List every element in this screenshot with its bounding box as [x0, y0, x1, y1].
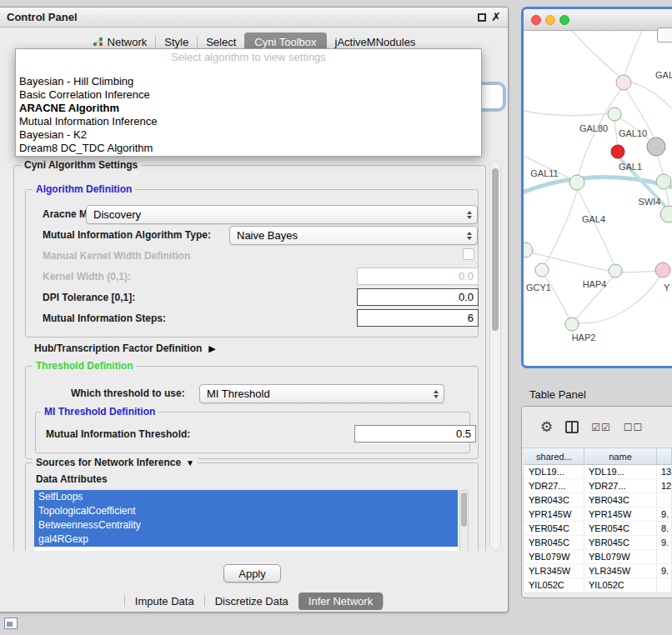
apply-button[interactable]: Apply	[223, 564, 281, 582]
table-row[interactable]: YDR27... YDR27... 12	[524, 479, 672, 493]
sources-group: Sources for Network Inference ▼ Data Att…	[25, 462, 479, 551]
attribute-item-selected[interactable]: TopologicalCoefficient	[34, 504, 458, 518]
deselect-all-checkboxes-icon[interactable]: ☐☐	[624, 422, 644, 433]
combobox-value: MI Threshold	[207, 388, 434, 400]
cell-shared-name: YPR145W	[524, 508, 584, 521]
cell-name: YLR345W	[584, 564, 657, 578]
column-header[interactable]: shared...	[524, 448, 584, 464]
network-graph-canvas[interactable]: GAL GAL80 GAL10 GAL11 GAL1 SWI4 GAL4 GCY…	[524, 31, 672, 366]
table-row[interactable]: YLR345W YLR345W 9.	[524, 564, 672, 578]
network-node[interactable]	[524, 242, 533, 258]
node-label: GAL11	[530, 168, 558, 178]
network-node[interactable]	[565, 318, 579, 331]
mi-steps-input[interactable]	[357, 309, 479, 327]
column-chooser-icon[interactable]	[565, 421, 579, 433]
cell-name: YBR045C	[584, 536, 657, 549]
table-row[interactable]: YER054C YER054C 8.	[524, 522, 672, 536]
mi-algorithm-type-combobox[interactable]: Naive Bayes	[229, 226, 478, 245]
table-row[interactable]: YDL19... YDL19... 13	[524, 465, 672, 479]
tab-impute-data[interactable]: Impute Data	[125, 592, 204, 610]
cyni-settings-scroll-area: Cyni Algorithm Settings Algorithm Defini…	[11, 161, 490, 551]
algorithm-option-selected[interactable]: ARACNE Algorithm	[16, 102, 481, 115]
sources-toggle[interactable]: Sources for Network Inference ▼	[33, 457, 198, 468]
tab-label: Network	[108, 36, 148, 48]
network-node[interactable]	[609, 264, 622, 278]
tab-separator	[383, 595, 384, 607]
algorithm-option[interactable]: Bayesian - Hill Climbing	[16, 75, 481, 88]
control-panel-titlebar[interactable]: Control Panel ✗	[0, 8, 508, 28]
scrollbar-thumb[interactable]	[492, 168, 499, 331]
control-panel-window: Control Panel ✗ Network Style	[0, 7, 509, 612]
attributes-list-scrollbar[interactable]	[459, 490, 469, 551]
tab-label: Impute Data	[135, 595, 194, 608]
zoom-traffic-light[interactable]	[559, 15, 569, 25]
network-node[interactable]	[608, 108, 621, 121]
cell-name: YPR145W	[584, 508, 657, 521]
data-attributes-list[interactable]: SelfLoops TopologicalCoefficient Between…	[34, 490, 458, 551]
window-title: Control Panel	[7, 11, 78, 23]
cell-value	[657, 493, 672, 507]
cell-name: YDR27...	[584, 479, 657, 492]
network-node-labels: GAL GAL80 GAL10 GAL11 GAL1 SWI4 GAL4 GCY…	[526, 70, 672, 342]
network-window-titlebar[interactable]	[524, 9, 672, 31]
network-node[interactable]	[660, 206, 672, 222]
desktop: Control Panel ✗ Network Style	[0, 0, 672, 635]
network-node[interactable]	[616, 75, 631, 90]
dpi-tolerance-input[interactable]	[357, 288, 479, 306]
algorithm-option[interactable]: Bayesian - K2	[16, 128, 481, 142]
aracne-mode-combobox[interactable]: Discovery	[86, 205, 478, 224]
cell-value	[657, 550, 672, 563]
cell-name: YIL052C	[584, 578, 657, 592]
group-title: Cyni Algorithm Settings	[24, 161, 138, 171]
hub-section-label: Hub/Transcription Factor Definition	[34, 342, 202, 354]
kernel-width-input	[357, 268, 479, 285]
cell-name: YBL079W	[584, 550, 657, 563]
mi-threshold-input[interactable]	[354, 425, 476, 442]
attribute-item-selected[interactable]: SelfLoops	[34, 490, 458, 504]
node-label: GAL10	[619, 128, 647, 138]
table-row[interactable]: YPR145W YPR145W 9.	[524, 508, 672, 522]
threshold-type-combobox[interactable]: MI Threshold	[199, 384, 444, 403]
combobox-value: Discovery	[93, 208, 467, 221]
combobox-arrows-icon	[467, 232, 477, 240]
panel-dock-icon[interactable]	[4, 618, 18, 629]
cell-shared-name: YLR345W	[524, 564, 584, 578]
minimize-traffic-light[interactable]	[545, 15, 555, 25]
column-header[interactable]	[657, 448, 672, 464]
close-icon[interactable]: ✗	[491, 10, 501, 23]
cell-shared-name: YBL079W	[524, 550, 584, 563]
attribute-item-selected[interactable]: BetweennessCentrality	[34, 518, 458, 532]
column-header[interactable]: name	[584, 448, 657, 464]
network-node[interactable]	[535, 263, 549, 277]
tab-label: Discretize Data	[215, 595, 288, 608]
table-row[interactable]: YBR045C YBR045C 9.	[524, 536, 672, 550]
table-row[interactable]: YBL079W YBL079W	[524, 550, 672, 564]
hub-section-toggle[interactable]: Hub/Transcription Factor Definition ▶	[34, 342, 216, 354]
mi-threshold-label: Mutual Information Threshold:	[46, 428, 190, 440]
algorithm-option[interactable]: Basic Correlation Inference	[16, 88, 481, 102]
tab-infer-network[interactable]: Infer Network	[298, 592, 383, 610]
cell-value: 12	[657, 479, 672, 492]
select-all-checkboxes-icon[interactable]: ☑☑	[591, 422, 611, 433]
cell-value	[657, 578, 672, 592]
network-node[interactable]	[655, 262, 670, 278]
float-window-button[interactable]	[478, 13, 486, 22]
table-row[interactable]: YIL052C YIL052C	[524, 578, 672, 592]
attribute-item-selected[interactable]: gal4RGexp	[34, 532, 458, 547]
algorithm-option[interactable]: Dream8 DC_TDC Algorithm	[16, 142, 481, 155]
close-traffic-light[interactable]	[531, 15, 541, 25]
network-node[interactable]	[647, 138, 665, 156]
network-node-highlighted[interactable]	[611, 145, 624, 158]
group-title: Threshold Definition	[36, 360, 133, 372]
dpi-tolerance-label: DPI Tolerance [0,1]:	[43, 292, 135, 303]
combobox-arrows-icon	[467, 211, 477, 219]
node-label: SWI4	[639, 197, 661, 207]
tab-discretize-data[interactable]: Discretize Data	[205, 592, 298, 610]
settings-scrollbar[interactable]	[489, 161, 501, 551]
network-node[interactable]	[569, 175, 584, 190]
network-node[interactable]	[656, 174, 671, 189]
algorithm-option[interactable]: Mutual Information Inference	[16, 115, 481, 128]
table-row[interactable]: YBR043C YBR043C	[524, 493, 672, 508]
gear-icon[interactable]: ⚙	[540, 420, 553, 434]
cell-value: 13	[657, 465, 672, 478]
